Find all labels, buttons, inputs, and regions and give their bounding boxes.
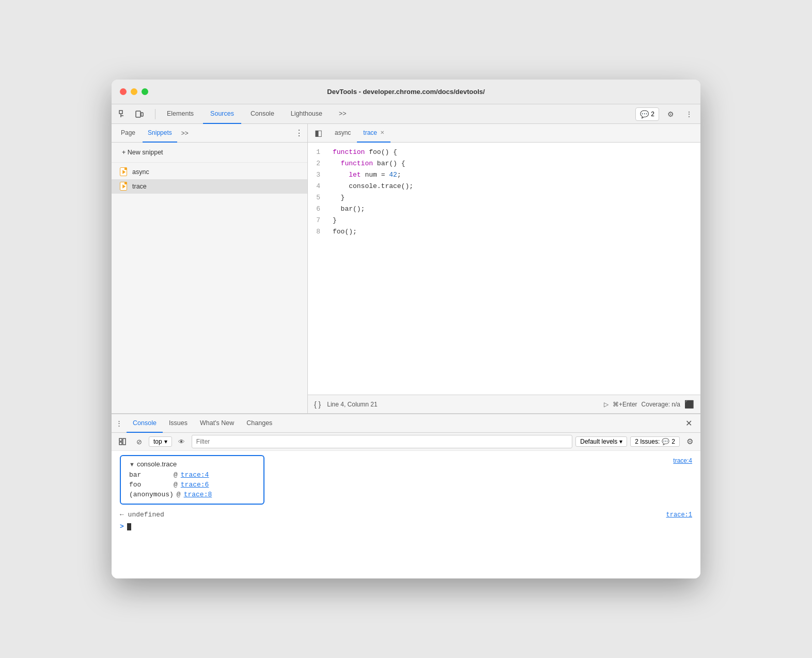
issues-badge-button[interactable]: 💬 2 xyxy=(635,107,659,121)
log-levels-button[interactable]: Default levels ▾ xyxy=(575,436,627,447)
sidebar: Page Snippets >> ⋮ + New snippet xyxy=(112,124,308,413)
bottom-tab-issues[interactable]: Issues xyxy=(163,414,194,433)
title-bar: DevTools - developer.chrome.com/docs/dev… xyxy=(112,80,700,104)
devtools-nav: Elements Sources Console Lighthouse >> 💬… xyxy=(112,104,700,124)
close-tab-icon[interactable]: ✕ xyxy=(380,130,384,135)
undefined-row: ← undefined trace:1 xyxy=(120,509,692,521)
file-icon-trace xyxy=(120,182,128,191)
context-selector[interactable]: top ▾ xyxy=(149,436,172,447)
svg-rect-3 xyxy=(119,438,122,441)
sidebar-nav: Page Snippets >> ⋮ xyxy=(112,124,307,143)
console-output-area: ▼ console.trace bar @ trace:4 foo @ trac… xyxy=(120,455,692,532)
trace-source-ref[interactable]: trace:4 xyxy=(673,457,692,464)
trace-link-foo[interactable]: trace:6 xyxy=(181,481,209,489)
tab-more[interactable]: >> xyxy=(332,104,354,124)
devtools-window: DevTools - developer.chrome.com/docs/dev… xyxy=(112,80,700,578)
dropdown-arrow-icon: ▾ xyxy=(164,438,167,445)
trace-row-foo: foo @ trace:6 xyxy=(129,480,255,490)
trace-link-bar[interactable]: trace:4 xyxy=(181,471,209,479)
trace-at-1: @ xyxy=(174,471,178,479)
window-title: DevTools - developer.chrome.com/docs/dev… xyxy=(120,88,692,96)
device-icon[interactable] xyxy=(132,107,147,121)
trace-row-bar: bar @ trace:4 xyxy=(129,470,255,480)
minimize-button[interactable] xyxy=(131,88,137,95)
editor-tabs: ◧ async trace ✕ xyxy=(308,124,700,143)
editor-area: ◧ async trace ✕ 1 2 3 4 5 6 7 8 xyxy=(308,124,700,413)
line-numbers: 1 2 3 4 5 6 7 8 xyxy=(308,147,329,390)
bottom-more-icon[interactable]: ⋮ xyxy=(116,419,122,427)
close-panel-button[interactable]: ✕ xyxy=(681,416,696,430)
svg-rect-5 xyxy=(119,442,122,445)
coverage-label: Coverage: n/a xyxy=(642,401,680,408)
bottom-tab-whatsnew[interactable]: What's New xyxy=(194,414,240,433)
status-run: ▷ ⌘+Enter Coverage: n/a ⬛ xyxy=(604,400,694,409)
svg-rect-1 xyxy=(136,111,140,117)
trace-output-line: ▼ console.trace bar @ trace:4 foo @ trac… xyxy=(120,455,692,509)
screenshot-icon[interactable]: ⬛ xyxy=(684,400,694,409)
more-options-icon[interactable]: ⋮ xyxy=(682,107,696,121)
trace-group: ▼ console.trace bar @ trace:4 foo @ trac… xyxy=(120,455,264,505)
maximize-button[interactable] xyxy=(142,88,148,95)
filter-input[interactable] xyxy=(192,435,573,448)
file-item-async[interactable]: async xyxy=(112,165,307,179)
trace-at-3: @ xyxy=(177,491,181,498)
issues-chat-icon: 💬 xyxy=(662,438,669,445)
editor-tab-trace[interactable]: trace ✕ xyxy=(357,124,391,143)
bottom-tab-changes[interactable]: Changes xyxy=(240,414,278,433)
settings-icon[interactable]: ⚙ xyxy=(663,107,678,121)
tab-lighthouse[interactable]: Lighthouse xyxy=(284,104,330,124)
levels-arrow-icon: ▾ xyxy=(619,438,622,445)
code-editor[interactable]: 1 2 3 4 5 6 7 8 function foo() { functio… xyxy=(308,143,700,395)
trace-row-anonymous: (anonymous) @ trace:8 xyxy=(129,490,255,499)
console-prompt[interactable]: > xyxy=(120,521,692,532)
cursor-position: Line 4, Column 21 xyxy=(327,401,377,408)
nav-divider xyxy=(155,109,155,119)
sidebar-more-icon[interactable]: >> xyxy=(181,130,189,137)
inspect-icon[interactable] xyxy=(116,107,130,121)
trace-fn-bar: bar xyxy=(129,471,170,479)
tab-elements[interactable]: Elements xyxy=(160,104,201,124)
trace-link-anonymous[interactable]: trace:8 xyxy=(184,491,212,498)
trace-fn-anonymous: (anonymous) xyxy=(129,491,174,498)
issues-count-badge[interactable]: 2 Issues: 💬 2 xyxy=(630,436,680,447)
console-settings-icon[interactable]: ⚙ xyxy=(683,435,696,448)
trace-fn-foo: foo xyxy=(129,481,170,489)
traffic-lights xyxy=(120,88,148,95)
svg-rect-4 xyxy=(123,438,126,445)
bottom-tab-console[interactable]: Console xyxy=(127,414,163,433)
run-shortcut: ⌘+Enter xyxy=(613,401,637,408)
nav-right: 💬 2 ⚙ ⋮ xyxy=(635,107,696,121)
new-snippet-button[interactable]: + New snippet xyxy=(118,147,167,158)
editor-tab-async[interactable]: async xyxy=(329,124,357,143)
run-icon[interactable]: ▷ xyxy=(604,401,608,408)
format-icon[interactable]: { } xyxy=(314,400,321,409)
clear-console-icon[interactable]: ⊘ xyxy=(132,435,146,448)
undefined-source[interactable]: trace:1 xyxy=(666,511,692,519)
bottom-panel: ⋮ Console Issues What's New Changes ✕ xyxy=(112,413,700,578)
svg-rect-2 xyxy=(141,113,143,116)
tab-sources[interactable]: Sources xyxy=(203,104,241,124)
main-content: Page Snippets >> ⋮ + New snippet xyxy=(112,124,700,413)
chat-icon: 💬 xyxy=(640,110,649,118)
sidebar-menu-icon[interactable]: ⋮ xyxy=(295,128,303,138)
file-item-trace[interactable]: trace xyxy=(112,179,307,194)
tab-console[interactable]: Console xyxy=(243,104,282,124)
live-expressions-icon[interactable]: 👁 xyxy=(175,435,189,448)
console-toolbar: ⊘ top ▾ 👁 Default levels ▾ 2 Issues: 💬 2… xyxy=(112,433,700,451)
undefined-text: ← undefined xyxy=(120,511,164,519)
sidebar-header: + New snippet xyxy=(112,143,307,163)
prompt-arrow-icon: > xyxy=(120,523,124,530)
file-list: async trace xyxy=(112,163,307,196)
svg-rect-0 xyxy=(119,111,122,114)
cursor-caret xyxy=(127,523,131,530)
status-bar: { } Line 4, Column 21 ▷ ⌘+Enter Coverage… xyxy=(308,395,700,413)
toggle-sidebar-button[interactable]: ◧ xyxy=(312,127,324,139)
console-output: ▼ console.trace bar @ trace:4 foo @ trac… xyxy=(112,451,700,578)
expand-arrow-icon[interactable]: ▼ xyxy=(129,461,135,467)
sidebar-tab-snippets[interactable]: Snippets xyxy=(143,124,177,143)
execute-context-icon[interactable] xyxy=(116,435,129,448)
code-content: function foo() { function bar() { let nu… xyxy=(329,147,700,390)
close-button[interactable] xyxy=(120,88,127,95)
nav-icons xyxy=(116,107,147,121)
sidebar-tab-page[interactable]: Page xyxy=(116,124,140,143)
